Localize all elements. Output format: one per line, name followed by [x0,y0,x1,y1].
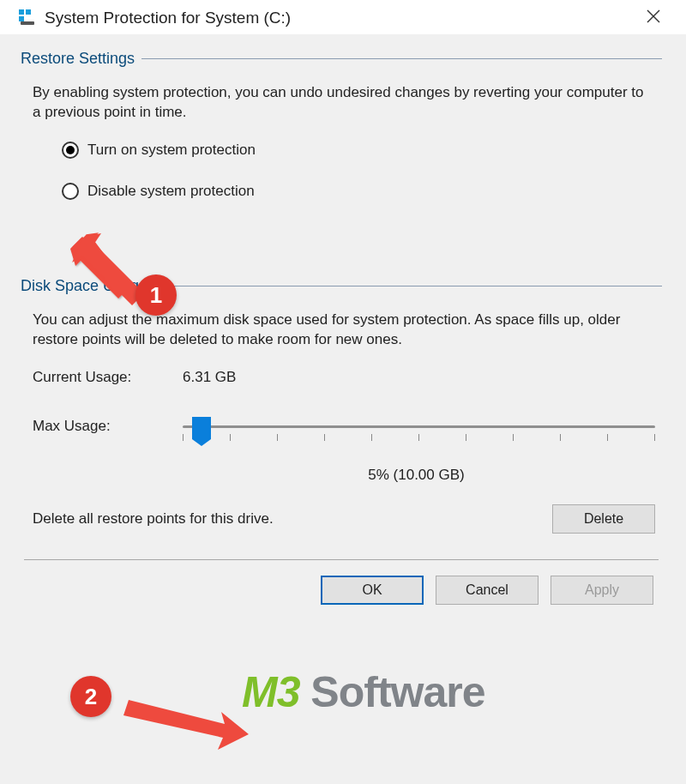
close-icon [647,9,660,23]
current-usage-value: 6.31 GB [183,369,236,386]
usage-grid: Current Usage: 6.31 GB Max Usage: [33,369,655,448]
system-protection-icon [19,9,36,27]
watermark-part2: Software [299,668,484,716]
radio-icon [62,142,79,159]
delete-button[interactable]: Delete [552,504,655,534]
ok-button[interactable]: OK [321,576,424,605]
radio-icon [62,183,79,200]
delete-description: Delete all restore points for this drive… [33,510,552,528]
max-usage-row: Max Usage: [33,405,655,448]
radio-group: Turn on system protection Disable system… [62,142,662,200]
max-usage-label: Max Usage: [33,418,183,435]
annotation-arrow-2 [111,686,266,763]
cancel-button[interactable]: Cancel [436,576,539,605]
svg-marker-5 [123,700,249,750]
close-button[interactable] [636,9,671,27]
divider [154,286,662,286]
max-usage-slider[interactable] [183,405,655,448]
divider [141,58,662,59]
delete-row: Delete all restore points for this drive… [33,504,655,534]
restore-description: By enabling system protection, you can u… [33,83,655,123]
radio-disable[interactable]: Disable system protection [62,183,662,200]
dialog-footer: OK Cancel Apply [21,576,662,622]
window-title: System Protection for System (C:) [45,9,636,27]
section-header: Restore Settings [21,50,662,68]
radio-turn-on[interactable]: Turn on system protection [62,142,662,159]
divider [24,559,659,560]
annotation-badge-1: 1 [135,274,177,316]
svg-marker-4 [72,233,144,305]
apply-button[interactable]: Apply [551,576,653,605]
radio-label: Turn on system protection [87,142,256,159]
usage-percent-label: 5% (10.00 GB) [171,467,662,484]
watermark: M3 Software [242,667,485,717]
radio-label: Disable system protection [87,183,255,200]
current-usage-label: Current Usage: [33,369,183,386]
restore-settings-section: Restore Settings By enabling system prot… [21,50,662,200]
section-label: Restore Settings [21,50,141,68]
annotation-badge-2: 2 [70,676,111,717]
current-usage-row: Current Usage: 6.31 GB [33,369,655,386]
titlebar: System Protection for System (C:) [0,0,686,34]
